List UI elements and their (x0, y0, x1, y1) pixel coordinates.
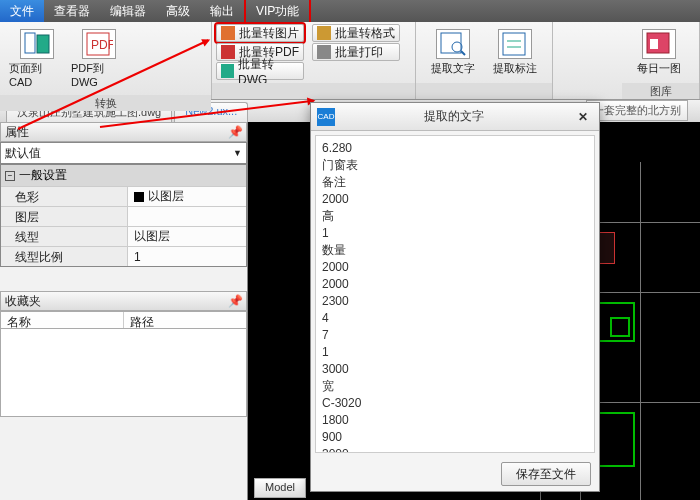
model-tab[interactable]: Model (254, 478, 306, 498)
favorites-columns: 名称 路径 (0, 311, 247, 329)
batch-to-dwg-button[interactable]: 批量转DWG (216, 62, 304, 80)
extracted-text-line: 2300 (322, 293, 588, 310)
menu-editor[interactable]: 编辑器 (100, 0, 156, 23)
default-dropdown[interactable]: 默认值 ▼ (0, 142, 247, 164)
extracted-text-line: 2000 (322, 191, 588, 208)
property-row-color[interactable]: 色彩以图层 (1, 186, 246, 206)
favorites-body (0, 329, 247, 417)
general-settings-section[interactable]: −一般设置 (1, 165, 246, 186)
svg-rect-0 (25, 33, 35, 53)
extracted-text-line: 数量 (322, 242, 588, 259)
menu-file[interactable]: 文件 (0, 0, 44, 23)
fav-col-name[interactable]: 名称 (1, 312, 124, 328)
pin-icon[interactable]: 📌 (228, 294, 242, 308)
batch-print-icon (317, 45, 331, 59)
batch-to-image-button[interactable]: 批量转图片 (216, 24, 304, 42)
menu-vip[interactable]: VIP功能 (244, 0, 311, 25)
favorites-header: 收藏夹 📌 (0, 291, 247, 311)
svg-text:PDF: PDF (91, 38, 113, 52)
dialog-titlebar[interactable]: CAD 提取的文字 ✕ (311, 103, 599, 131)
extracted-text-line: 7 (322, 327, 588, 344)
extracted-text-line: 3000 (322, 361, 588, 378)
extract-text-button[interactable]: 提取文字 (422, 26, 484, 79)
extracted-text-line: 6.280 (322, 140, 588, 157)
svg-rect-11 (650, 39, 658, 49)
property-row-layer[interactable]: 图层 (1, 206, 246, 226)
daily-image-button[interactable]: 每日一图 (628, 26, 690, 79)
extracted-text-line: 门窗表 (322, 157, 588, 174)
ribbon-group-gallery-label: 图库 (622, 83, 699, 99)
extract-anno-icon (498, 29, 532, 59)
batch-pdf-icon (221, 45, 235, 59)
menu-advanced[interactable]: 高级 (156, 0, 200, 23)
dialog-body[interactable]: 6.280门窗表备注2000高1数量2000200023004713000宽C-… (315, 135, 595, 453)
svg-rect-1 (37, 35, 49, 53)
fav-col-path[interactable]: 路径 (124, 312, 246, 328)
extracted-text-line: 宽 (322, 378, 588, 395)
extracted-text-line: 2000 (322, 259, 588, 276)
left-panel: 属性 📌 默认值 ▼ −一般设置 色彩以图层 图层 线型以图层 线型比例1 收藏… (0, 122, 248, 500)
extract-text-icon (436, 29, 470, 59)
svg-rect-4 (441, 33, 461, 53)
close-icon[interactable]: ✕ (573, 108, 593, 126)
extracted-text-line: 2000 (322, 276, 588, 293)
pdf-to-dwg-icon: PDF (82, 29, 116, 59)
property-row-linetype[interactable]: 线型以图层 (1, 226, 246, 246)
pin-icon[interactable]: 📌 (228, 125, 242, 139)
menu-output[interactable]: 输出 (200, 0, 244, 23)
extracted-text-line: C-3020 (322, 395, 588, 412)
svg-rect-7 (503, 33, 525, 55)
right-clipped-tab[interactable]: 一套完整的北方别 (586, 100, 688, 121)
menu-bar: 文件 查看器 编辑器 高级 输出 VIP功能 (0, 0, 700, 22)
batch-format-icon (317, 26, 331, 40)
batch-print-button[interactable]: 批量打印 (312, 43, 400, 61)
extracted-text-line: 1 (322, 225, 588, 242)
extracted-text-line: 900 (322, 429, 588, 446)
dialog-app-icon: CAD (317, 108, 335, 126)
page-to-cad-icon (20, 29, 54, 59)
daily-image-icon (642, 29, 676, 59)
property-row-linescale[interactable]: 线型比例1 (1, 246, 246, 266)
extracted-text-line: 备注 (322, 174, 588, 191)
extract-text-dialog: CAD 提取的文字 ✕ 6.280门窗表备注2000高1数量2000200023… (310, 102, 600, 492)
chevron-down-icon: ▼ (233, 148, 242, 158)
menu-viewer[interactable]: 查看器 (44, 0, 100, 23)
extracted-text-line: 3000 (322, 446, 588, 453)
extracted-text-line: 高 (322, 208, 588, 225)
ribbon-group-convert-label: 转换 (0, 95, 211, 111)
batch-dwg-icon (221, 64, 234, 78)
svg-line-6 (461, 51, 465, 55)
batch-image-icon (221, 26, 235, 40)
extracted-text-line: 4 (322, 310, 588, 327)
extracted-text-line: 1 (322, 344, 588, 361)
dialog-title: 提取的文字 (343, 108, 565, 125)
extract-annotation-button[interactable]: 提取标注 (484, 26, 546, 79)
batch-format-button[interactable]: 批量转格式 (312, 24, 400, 42)
save-to-file-button[interactable]: 保存至文件 (501, 462, 591, 486)
properties-grid: −一般设置 色彩以图层 图层 线型以图层 线型比例1 (0, 164, 247, 267)
page-to-cad-button[interactable]: 页面到CAD (6, 26, 68, 91)
extracted-text-line: 1800 (322, 412, 588, 429)
